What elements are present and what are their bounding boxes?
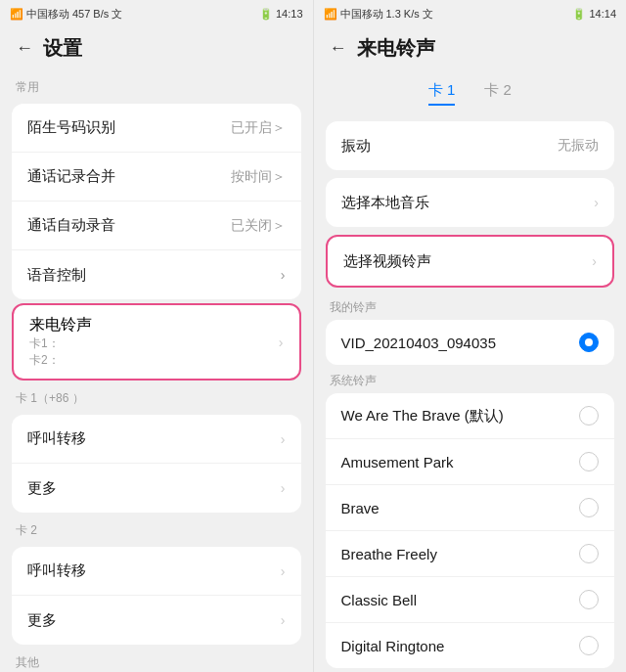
header-right: ← 来电铃声 — [314, 27, 627, 73]
local-music-label: 选择本地音乐 — [341, 194, 429, 212]
callfwd1-label: 呼叫转移 — [27, 429, 86, 448]
status-bar-right: 📶 中国移动 1.3 K/s 文 🔋 14:14 — [314, 0, 627, 27]
more1-chevron: › — [281, 480, 286, 496]
signal-icon: 📶 — [10, 8, 23, 21]
card2-text: 卡2： — [29, 352, 60, 369]
left-panel: 📶 中国移动 457 B/s 文 🔋 14:13 ← 设置 常用 陌生号码识别 … — [0, 0, 313, 672]
my-ringtone-radio-0 — [579, 333, 599, 352]
voice-label: 语音控制 — [27, 266, 86, 285]
card1-section-label: 卡 1（+86 ） — [0, 384, 313, 411]
list-item-calllog[interactable]: 通话记录合并 按时间＞ — [12, 153, 301, 202]
system-ringtone-radio-5 — [579, 636, 599, 655]
system-ringtone-radio-2 — [579, 498, 599, 517]
status-right-right: 🔋 14:14 — [572, 8, 616, 21]
page-title-left: 设置 — [43, 35, 82, 62]
tab-card1[interactable]: 卡 1 — [428, 81, 456, 106]
stranger-label: 陌生号码识别 — [27, 118, 115, 137]
left-scroll[interactable]: 常用 陌生号码识别 已开启＞ 通话记录合并 按时间＞ 通话自动录音 已关闭＞ 语… — [0, 73, 313, 672]
voice-chevron: › — [281, 267, 286, 283]
stranger-value: 已开启＞ — [231, 119, 286, 137]
video-ringtone-group: 选择视频铃声 › — [326, 235, 615, 288]
page-title-right: 来电铃声 — [357, 35, 435, 62]
signal-text: 中国移动 — [26, 7, 69, 22]
status-right-left: 📶 中国移动 1.3 K/s 文 — [324, 7, 433, 22]
system-ringtone-label: 系统铃声 — [314, 369, 627, 393]
signal-text-right: 中国移动 — [340, 7, 383, 22]
more1-label: 更多 — [27, 479, 57, 498]
system-ringtone-item-3[interactable]: Breathe Freely — [326, 531, 615, 577]
local-music-group: 选择本地音乐 › — [326, 178, 615, 227]
speed-unit: B/s — [93, 8, 109, 20]
system-ringtone-item-5[interactable]: Digital Ringtone — [326, 623, 615, 668]
system-ringtone-item-label-4: Classic Bell — [341, 592, 418, 608]
card2-section-label: 卡 2 — [0, 516, 313, 543]
time-right: 14:14 — [589, 8, 616, 20]
system-ringtone-item-label-5: Digital Ringtone — [341, 638, 445, 654]
local-music-chevron: › — [594, 195, 599, 210]
system-ringtone-radio-3 — [579, 544, 599, 563]
system-ringtone-radio-0 — [579, 406, 599, 426]
list-item-more1[interactable]: 更多 › — [12, 464, 301, 513]
list-item-callfwd1[interactable]: 呼叫转移 › — [12, 415, 301, 464]
calllog-label: 通话记录合并 — [27, 167, 115, 186]
battery-icon-right: 🔋 — [572, 8, 586, 21]
system-ringtone-item-label-3: Breathe Freely — [341, 546, 437, 562]
system-ringtone-item-4[interactable]: Classic Bell — [326, 577, 615, 623]
system-ringtone-item-label-2: Brave — [341, 500, 380, 516]
time-left: 14:13 — [276, 8, 303, 20]
card1-text: 卡1： — [29, 336, 60, 352]
callfwd1-chevron: › — [281, 431, 286, 447]
my-ringtone-item-label: VID_20210403_094035 — [341, 335, 496, 351]
wifi-speed: 457 — [72, 8, 90, 20]
calllog-value: 按时间＞ — [231, 168, 286, 186]
tab-bar: 卡 1 卡 2 — [314, 73, 627, 117]
system-ringtone-radio-4 — [579, 590, 599, 609]
system-ringtone-item-0[interactable]: We Are The Brave (默认) — [326, 393, 615, 439]
autorecord-label: 通话自动录音 — [27, 216, 115, 235]
card1-group: 呼叫转移 › 更多 › — [12, 415, 301, 513]
ringtone-item[interactable]: 来电铃声 卡1： 卡2： › — [12, 303, 301, 381]
status-left: 📶 中国移动 457 B/s 文 — [10, 7, 122, 22]
ringtone-sub2: 卡2： — [29, 352, 284, 369]
back-button-right[interactable]: ← — [330, 38, 347, 59]
speed-unit-right: K/s — [404, 8, 420, 20]
right-panel: 📶 中国移动 1.3 K/s 文 🔋 14:14 ← 来电铃声 卡 1 卡 2 … — [313, 0, 627, 672]
more2-chevron: › — [281, 612, 286, 628]
back-button-left[interactable]: ← — [16, 38, 33, 59]
system-ringtone-item-label-0: We Are The Brave (默认) — [341, 407, 504, 426]
my-ringtone-label: 我的铃声 — [314, 295, 627, 320]
system-ringtone-item-2[interactable]: Brave — [326, 485, 615, 531]
list-item-autorecord[interactable]: 通话自动录音 已关闭＞ — [12, 202, 301, 250]
ringtone-chevron: › — [279, 335, 284, 350]
header-left: ← 设置 — [0, 27, 313, 73]
video-ringtone-label: 选择视频铃声 — [343, 252, 431, 271]
other-section-label: 其他 — [0, 649, 313, 672]
video-ringtone-item[interactable]: 选择视频铃声 › — [328, 237, 613, 286]
my-ringtone-item-0[interactable]: VID_20210403_094035 — [326, 320, 615, 365]
local-music-item[interactable]: 选择本地音乐 › — [326, 178, 615, 227]
list-item-callfwd2[interactable]: 呼叫转移 › — [12, 547, 301, 596]
status-bar-left: 📶 中国移动 457 B/s 文 🔋 14:13 — [0, 0, 313, 27]
list-item-voice[interactable]: 语音控制 › — [12, 250, 301, 299]
callfwd2-chevron: › — [281, 563, 286, 579]
signal-icon-right: 📶 — [324, 8, 337, 21]
status-right: 🔋 14:13 — [259, 8, 303, 21]
system-ringtone-item-1[interactable]: Amusement Park — [326, 439, 615, 485]
more2-label: 更多 — [27, 611, 57, 630]
ringtone-sub1: 卡1： — [29, 336, 284, 352]
vibration-group: 振动 无振动 — [326, 121, 615, 170]
input-icon: 文 — [112, 7, 122, 22]
input-icon-right: 文 — [423, 7, 433, 22]
list-item-more2[interactable]: 更多 › — [12, 596, 301, 645]
vibration-item[interactable]: 振动 无振动 — [326, 121, 615, 170]
vibration-value: 无振动 — [558, 137, 599, 155]
right-scroll[interactable]: 振动 无振动 选择本地音乐 › 选择视频铃声 › 我的铃声 VID_202104… — [314, 117, 627, 672]
system-ringtone-group: We Are The Brave (默认) Amusement Park Bra… — [326, 393, 615, 668]
card2-group: 呼叫转移 › 更多 › — [12, 547, 301, 645]
callfwd2-label: 呼叫转移 — [27, 561, 86, 580]
tab-card2[interactable]: 卡 2 — [484, 81, 512, 106]
system-ringtone-radio-1 — [579, 452, 599, 471]
my-ringtone-group: VID_20210403_094035 — [326, 320, 615, 365]
common-settings-group: 陌生号码识别 已开启＞ 通话记录合并 按时间＞ 通话自动录音 已关闭＞ 语音控制… — [12, 104, 301, 299]
list-item-stranger[interactable]: 陌生号码识别 已开启＞ — [12, 104, 301, 153]
